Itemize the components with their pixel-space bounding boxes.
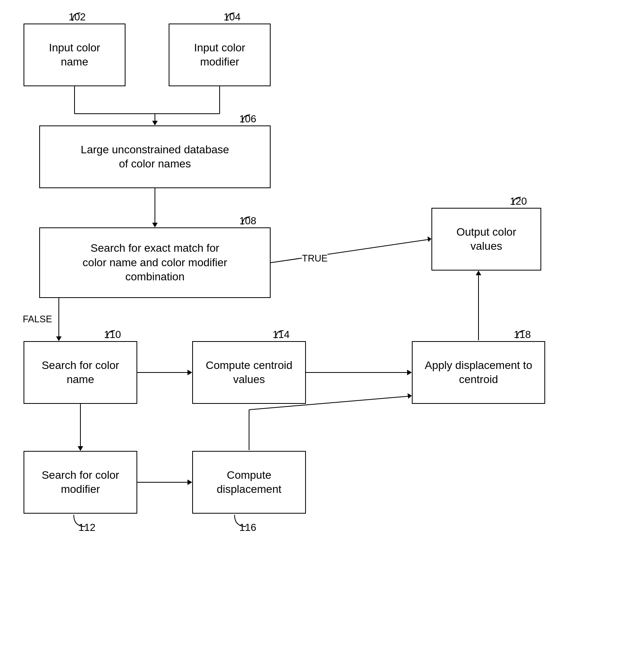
box-input-color-modifier: Input colormodifier (169, 24, 271, 86)
bracket-106 (231, 113, 254, 125)
box-search-exact: Search for exact match forcolor name and… (39, 227, 271, 298)
diagram-container: Input colorname 102 Input colormodifier … (0, 0, 644, 654)
bracket-120 (501, 195, 525, 207)
bracket-104 (215, 11, 238, 23)
svg-marker-12 (187, 370, 192, 375)
svg-marker-4 (152, 121, 158, 125)
svg-marker-23 (408, 393, 412, 399)
svg-line-7 (271, 239, 431, 263)
bracket-112 (70, 513, 93, 529)
svg-marker-14 (407, 370, 412, 375)
svg-marker-6 (152, 223, 158, 227)
svg-marker-20 (187, 480, 192, 485)
bracket-118 (505, 329, 529, 340)
box-output-color: Output colorvalues (431, 208, 541, 271)
label-true: TRUE (302, 253, 327, 264)
box-apply-displacement: Apply displacement tocentroid (412, 341, 545, 404)
svg-marker-16 (476, 271, 481, 275)
svg-marker-10 (56, 336, 62, 341)
box-compute-centroid: Compute centroidvalues (192, 341, 306, 404)
flow-arrows (0, 0, 644, 654)
bracket-102 (61, 11, 84, 23)
svg-marker-18 (78, 446, 83, 451)
label-false: FALSE (23, 314, 52, 325)
box-search-color-modifier: Search for colormodifier (24, 451, 137, 514)
bracket-110 (95, 329, 119, 340)
box-search-color-name: Search for colorname (24, 341, 137, 404)
box-input-color-name: Input colorname (24, 24, 126, 86)
box-large-database: Large unconstrained databaseof color nam… (39, 125, 271, 188)
bracket-114 (264, 329, 287, 340)
svg-marker-8 (428, 236, 431, 242)
bracket-116 (231, 513, 254, 529)
bracket-108 (231, 215, 254, 227)
box-compute-displacement: Computedisplacement (192, 451, 306, 514)
